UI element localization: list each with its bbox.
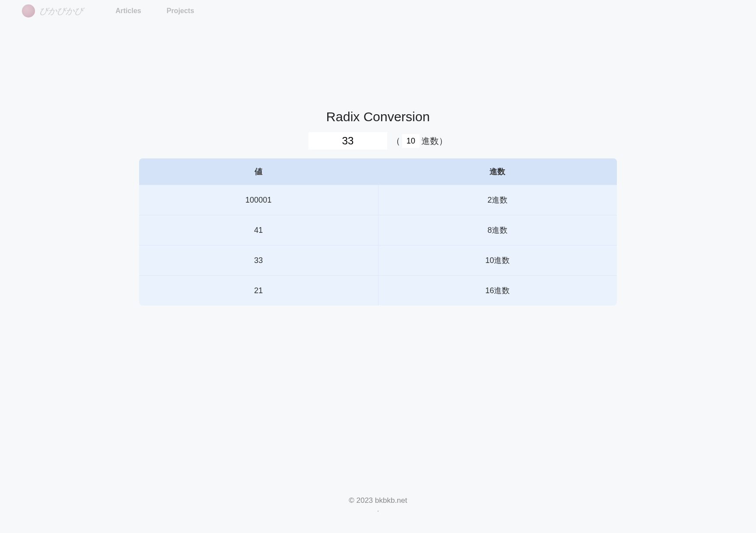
- value-input[interactable]: [308, 132, 387, 150]
- cell-value: 100001: [139, 185, 378, 215]
- paren-open: （: [392, 135, 400, 147]
- cell-value: 33: [139, 245, 378, 276]
- footer: © 2023 bkbkb.net ・: [0, 496, 756, 515]
- site-title[interactable]: びかびかび: [39, 5, 83, 17]
- table-row: 21 16進数: [139, 276, 617, 306]
- radix-label-group: （ 進数）: [392, 134, 448, 148]
- page-title: Radix Conversion: [139, 109, 617, 124]
- nav-link-projects[interactable]: Projects: [167, 7, 194, 15]
- copyright: © 2023 bkbkb.net: [0, 496, 756, 505]
- navbar: びかびかび Articles Projects: [0, 0, 756, 22]
- table-row: 100001 2進数: [139, 185, 617, 215]
- cell-radix: 10進数: [378, 245, 617, 276]
- conversion-table: 値 進数 100001 2進数 41 8進数 33 10進数 21 16進数: [139, 158, 617, 305]
- th-value: 値: [139, 158, 378, 185]
- radix-suffix: 進数）: [421, 135, 448, 147]
- table-row: 41 8進数: [139, 215, 617, 245]
- logo-icon[interactable]: [22, 4, 35, 18]
- footer-dot: ・: [0, 508, 756, 515]
- table-row: 33 10進数: [139, 245, 617, 276]
- table-header-row: 値 進数: [139, 158, 617, 185]
- radix-input[interactable]: [402, 134, 420, 148]
- input-row: （ 進数）: [139, 132, 617, 150]
- cell-radix: 8進数: [378, 215, 617, 245]
- cell-value: 41: [139, 215, 378, 245]
- cell-radix: 2進数: [378, 185, 617, 215]
- nav-link-articles[interactable]: Articles: [116, 7, 141, 15]
- th-radix: 進数: [378, 158, 617, 185]
- main-content: Radix Conversion （ 進数） 値 進数 100001 2進数 4…: [139, 109, 617, 305]
- cell-radix: 16進数: [378, 276, 617, 306]
- cell-value: 21: [139, 276, 378, 306]
